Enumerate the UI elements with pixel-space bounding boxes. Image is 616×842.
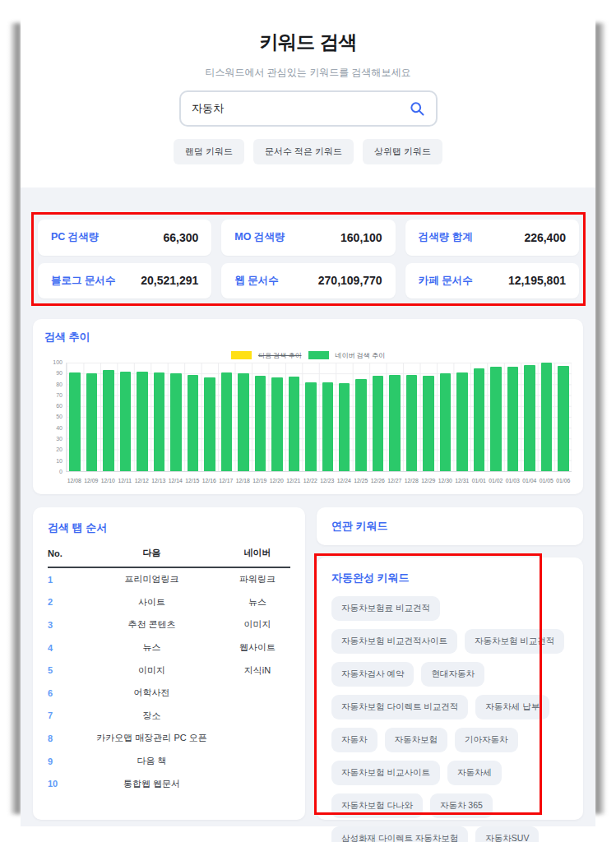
x-tick-label: 12/20 xyxy=(268,478,285,483)
x-tick-label: 12/14 xyxy=(167,478,184,483)
autocomplete-keyword-chip[interactable]: 자동차 365 xyxy=(430,793,493,818)
related-keywords-title: 연관 키워드 xyxy=(331,519,568,534)
quick-keyword-button[interactable]: 상위탭 키워드 xyxy=(363,139,442,164)
x-tick-label: 12/24 xyxy=(336,478,353,483)
x-tick-label: 12/30 xyxy=(437,478,454,483)
autocomplete-keyword-chip[interactable]: 자동차보험 비교견적 xyxy=(465,629,564,654)
x-tick-label: 12/29 xyxy=(420,478,438,483)
related-keywords-card: 연관 키워드 xyxy=(317,507,583,545)
row-number: 4 xyxy=(48,643,79,653)
y-tick-label: 40 xyxy=(56,425,63,431)
bar-slot xyxy=(134,363,151,471)
autocomplete-keyword-chip[interactable]: 자동차보험 비교사이트 xyxy=(331,761,440,785)
bar-slot xyxy=(353,363,369,471)
search-tab-order-card: 검색 탭 순서 No. 다음 네이버 1프리미엄링크파워링크2사이트뉴스3추천 … xyxy=(33,507,305,820)
right-column: 연관 키워드 자동완성 키워드 자동차보험료 비교견적자동차보험 비교견적사이트… xyxy=(317,507,583,820)
stat-value: 12,195,801 xyxy=(508,274,566,287)
bar-slot xyxy=(303,363,319,471)
naver-trend-bar xyxy=(373,376,384,471)
naver-trend-bar xyxy=(474,368,485,471)
x-tick-label: 12/27 xyxy=(387,478,404,483)
legend-label[interactable]: 네이버 검색 추이 xyxy=(336,351,385,360)
x-tick-label: 12/17 xyxy=(218,478,235,483)
quick-keyword-buttons: 랜덤 키워드문서수 적은 키워드상위탭 키워드 xyxy=(21,139,595,164)
keyword-search-box[interactable] xyxy=(179,90,438,127)
daum-tab-cell: 장소 xyxy=(79,710,225,722)
bar-slot xyxy=(454,363,470,471)
bar-slot xyxy=(117,363,133,471)
autocomplete-keyword-chip[interactable]: 기아자동차 xyxy=(455,728,518,752)
column-header-naver: 네이버 xyxy=(225,547,290,559)
naver-trend-bar xyxy=(120,372,132,471)
bar-slot xyxy=(218,363,234,471)
row-number: 3 xyxy=(48,620,79,630)
stat-value: 160,100 xyxy=(340,231,382,244)
autocomplete-keyword-chip[interactable]: 자동차보험 xyxy=(385,728,448,752)
daum-tab-cell: 다음 책 xyxy=(79,755,225,767)
x-tick-label: 12/21 xyxy=(285,478,303,483)
y-axis-ticks: 1009080706050403020100 xyxy=(44,359,66,474)
quick-keyword-button[interactable]: 랜덤 키워드 xyxy=(174,139,244,164)
autocomplete-keyword-chip[interactable]: 자동차 xyxy=(331,728,377,752)
stat-value: 66,300 xyxy=(164,231,199,244)
stats-annotation-box: PC 검색량66,300MO 검색량160,100검색량 합계226,400블로… xyxy=(31,212,586,306)
naver-trend-bar xyxy=(221,372,233,471)
bar-slot xyxy=(369,363,386,471)
bar-slot xyxy=(470,363,487,471)
naver-trend-bar xyxy=(188,375,199,471)
chart-legend: 다음 검색 추이네이버 검색 추이 xyxy=(44,350,572,360)
stat-value: 226,400 xyxy=(524,231,566,244)
column-header-no: No. xyxy=(48,548,79,558)
autocomplete-keyword-chip[interactable]: 자동차보험 다이렉트 비교견적 xyxy=(331,695,468,719)
autocomplete-keyword-chip[interactable]: 자동차세 xyxy=(447,761,502,785)
table-row: 3추천 콘텐츠이미지 xyxy=(48,613,290,636)
x-tick-label: 12/13 xyxy=(151,478,168,483)
autocomplete-chip-list: 자동차보험료 비교견적자동차보험 비교견적사이트자동차보험 비교견적자동차검사 … xyxy=(331,596,568,842)
autocomplete-keyword-chip[interactable]: 자동차세 납부 xyxy=(475,695,549,719)
x-tick-label: 12/10 xyxy=(100,478,117,483)
stat-card: 카페 문서수12,195,801 xyxy=(405,263,579,299)
x-tick-label: 01/03 xyxy=(504,478,521,483)
autocomplete-keyword-chip[interactable]: 자동차보험 비교견적사이트 xyxy=(331,629,457,654)
bar-slot xyxy=(151,363,167,471)
autocomplete-keyword-chip[interactable]: 자동차SUV xyxy=(475,826,539,842)
search-icon[interactable] xyxy=(409,100,425,117)
daum-tab-cell: 사이트 xyxy=(79,596,225,608)
autocomplete-keyword-chip[interactable]: 자동차검사 예약 xyxy=(331,662,414,687)
quick-keyword-button[interactable]: 문서수 적은 키워드 xyxy=(253,139,354,164)
naver-trend-bar xyxy=(170,373,182,471)
legend-label[interactable]: 다음 검색 추이 xyxy=(258,351,301,360)
naver-trend-bar xyxy=(238,373,249,471)
naver-trend-bar xyxy=(558,366,569,471)
naver-trend-bar xyxy=(339,383,350,471)
naver-trend-bar xyxy=(440,373,452,471)
y-tick-label: 50 xyxy=(56,414,63,419)
x-tick-label: 12/19 xyxy=(252,478,269,483)
autocomplete-keyword-chip[interactable]: 삼성화재 다이렉트 자동차보험 xyxy=(331,826,468,842)
autocomplete-keyword-chip[interactable]: 자동차보험 다나와 xyxy=(331,793,423,818)
autocomplete-keywords-card: 자동완성 키워드 자동차보험료 비교견적자동차보험 비교견적사이트자동차보험 비… xyxy=(317,557,583,820)
bar-slot xyxy=(201,363,218,471)
legend-swatch[interactable] xyxy=(308,351,329,359)
naver-trend-bar xyxy=(271,377,283,471)
row-number: 9 xyxy=(48,756,79,766)
y-tick-label: 90 xyxy=(56,370,63,376)
autocomplete-keyword-chip[interactable]: 자동차보험료 비교견적 xyxy=(331,596,440,621)
legend-swatch[interactable] xyxy=(231,351,252,359)
table-row: 9다음 책 xyxy=(48,750,290,773)
table-row: 4뉴스웹사이트 xyxy=(48,636,290,659)
y-tick-label: 70 xyxy=(56,392,63,398)
naver-trend-bar xyxy=(456,372,468,471)
page-subtitle: 티스워드에서 관심있는 키워드를 검색해보세요 xyxy=(21,66,595,80)
daum-tab-cell: 뉴스 xyxy=(79,641,225,654)
x-tick-label: 12/15 xyxy=(184,478,201,483)
naver-trend-bar xyxy=(305,382,317,471)
column-header-daum: 다음 xyxy=(79,547,225,559)
search-input[interactable] xyxy=(192,103,409,115)
naver-tab-cell: 웹사이트 xyxy=(225,641,290,654)
naver-trend-bar xyxy=(507,367,519,471)
y-tick-label: 80 xyxy=(56,382,63,387)
autocomplete-keyword-chip[interactable]: 현대자동차 xyxy=(421,662,484,687)
naver-trend-bar xyxy=(103,370,114,471)
stat-card: 웹 문서수270,109,770 xyxy=(221,263,395,299)
